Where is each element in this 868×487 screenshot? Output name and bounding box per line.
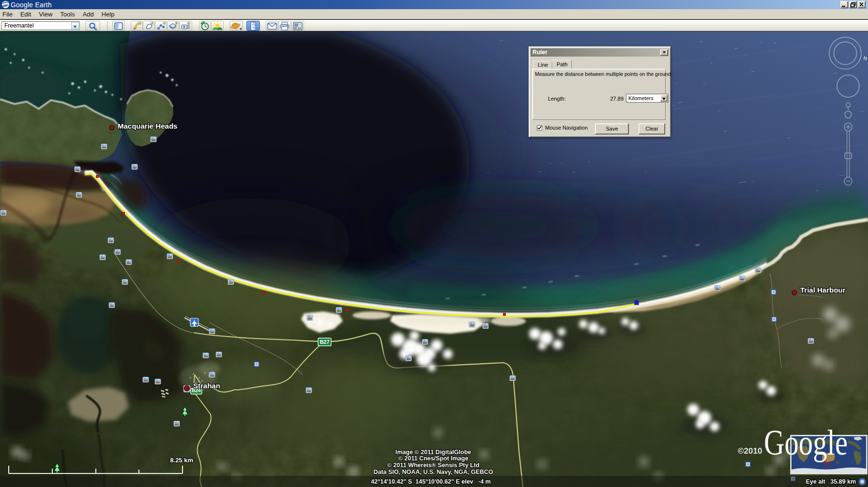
svg-text:Eye alt 35.89 km: Eye alt 35.89 km <box>806 478 856 485</box>
svg-text:Google: Google <box>764 423 848 462</box>
svg-text:Image © 2011 DigitalGlobe: Image © 2011 DigitalGlobe <box>396 449 472 456</box>
svg-text:Strahan: Strahan <box>193 382 220 390</box>
svg-text:Data SIO, NOAA, U.S. Navy, NGA: Data SIO, NOAA, U.S. Navy, NGA, GEBCO <box>373 469 493 475</box>
svg-text:©2010: ©2010 <box>738 446 762 456</box>
svg-text:Trial Harbour: Trial Harbour <box>800 286 846 294</box>
svg-text:Macquarie Heads: Macquarie Heads <box>118 122 177 130</box>
svg-text:42°14'10.42" S 145°10'00.62": 42°14'10.42" S 145°10'00.62" E elev -4 m <box>371 478 490 485</box>
svg-text:8.25 km: 8.25 km <box>170 457 193 464</box>
svg-text:© 2011 Whereis® Sensis Pty Ltd: © 2011 Whereis® Sensis Pty Ltd <box>387 462 480 469</box>
svg-text:© 2011 Cnes/Spot Image: © 2011 Cnes/Spot Image <box>398 455 469 462</box>
svg-text:B27: B27 <box>320 339 329 345</box>
